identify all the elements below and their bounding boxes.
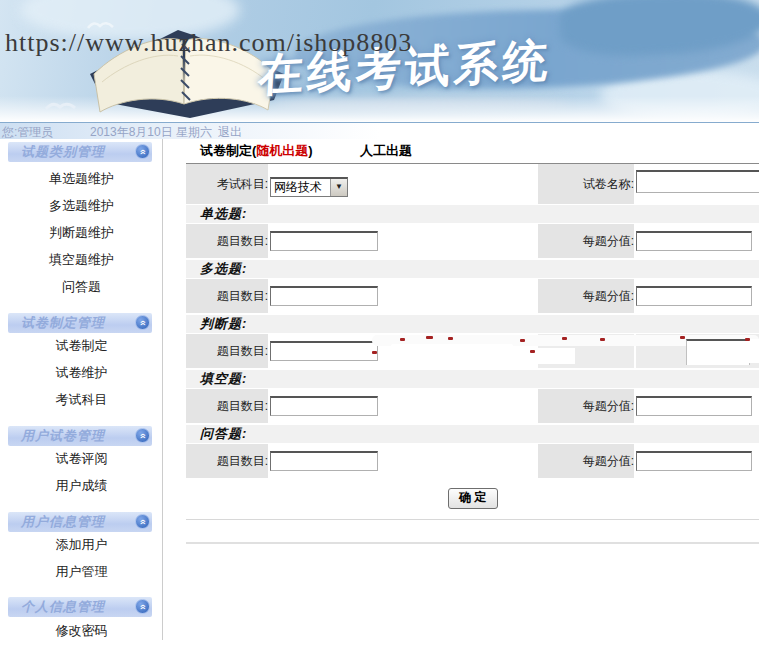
sidebar-section-title: 试题类别管理 — [21, 144, 105, 159]
artifact-red-speck — [562, 337, 567, 340]
sidebar-section-personal-info[interactable]: 个人信息管理 » — [8, 597, 152, 617]
banner: 在线考试系统 https://www.huzhan.com/ishop8803 — [0, 0, 759, 122]
essay-score-input[interactable] — [636, 451, 752, 471]
sidebar-item-user-scores[interactable]: 用户成绩 — [0, 477, 163, 493]
subject-select[interactable]: 网络技术 ▼ — [270, 177, 348, 197]
score-cell — [636, 279, 759, 313]
true-false-row: 题目数目: — [186, 334, 759, 368]
logged-in-user: 您:管理员 — [2, 124, 53, 141]
fillblank-count-input[interactable] — [270, 396, 378, 416]
page-title: 试卷制定(随机出题) — [200, 142, 313, 160]
paper-name-cell — [636, 164, 759, 204]
main-content: 试卷制定(随机出题) 人工出题 考试科目: 网络技术 ▼ 试卷名称: 单选题: … — [186, 140, 759, 660]
watermark-text: https://www.huzhan.com/ishop8803 — [5, 28, 755, 58]
score-label: 每题分值: — [538, 444, 634, 478]
artifact-white-blob — [749, 339, 759, 363]
sidebar-item-user-management[interactable]: 用户管理 — [0, 563, 163, 579]
sidebar-item-paper-create[interactable]: 试卷制定 — [0, 337, 163, 353]
sidebar-item-paper-maint[interactable]: 试卷维护 — [0, 364, 163, 380]
artifact-red-speck — [372, 351, 377, 354]
count-cell — [270, 389, 536, 423]
multi-choice-row: 题目数目: 每题分值: — [186, 279, 759, 313]
score-cell — [636, 389, 759, 423]
score-cell — [636, 224, 759, 258]
sidebar-item-multi-choice-maint[interactable]: 多选题维护 — [0, 197, 163, 213]
collapse-icon[interactable]: » — [135, 428, 150, 443]
chevron-down-icon[interactable]: ▼ — [330, 179, 347, 196]
artifact-red-speck — [745, 338, 750, 341]
score-label: 每题分值: — [538, 389, 634, 423]
count-label: 题目数目: — [186, 444, 268, 478]
artifact-red-speck — [400, 338, 405, 341]
truefalse-count-input[interactable] — [270, 341, 378, 361]
count-label: 题目数目: — [186, 334, 268, 368]
confirm-button[interactable]: 确 定 — [448, 488, 498, 509]
sidebar-section-title: 个人信息管理 — [21, 599, 105, 614]
mode-random-label: 随机出题 — [256, 143, 308, 158]
sidebar-item-add-user[interactable]: 添加用户 — [0, 536, 163, 552]
collapse-icon[interactable]: » — [135, 315, 150, 330]
subject-label: 考试科目: — [186, 164, 268, 204]
logout-link[interactable]: 退出 — [218, 124, 242, 141]
sidebar-section-title: 试卷制定管理 — [21, 315, 105, 330]
section-true-false: 判断题: — [186, 315, 759, 333]
artifact-red-speck — [600, 338, 605, 341]
sidebar-item-single-choice-maint[interactable]: 单选题维护 — [0, 170, 163, 186]
count-label: 题目数目: — [186, 224, 268, 258]
collapse-icon[interactable]: » — [135, 514, 150, 529]
sidebar-item-paper-review[interactable]: 试卷评阅 — [0, 450, 163, 466]
section-fill-blank: 填空题: — [186, 370, 759, 388]
section-essay: 问答题: — [186, 425, 759, 443]
sidebar-section-title: 用户试卷管理 — [21, 428, 105, 443]
section-single-choice: 单选题: — [186, 205, 759, 223]
single-choice-row: 题目数目: 每题分值: — [186, 224, 759, 258]
score-cell — [636, 444, 759, 478]
artifact-red-speck — [426, 336, 433, 339]
essay-row: 题目数目: 每题分值: — [186, 444, 759, 478]
sidebar-item-exam-subjects[interactable]: 考试科目 — [0, 391, 163, 407]
sidebar-item-fill-blank-maint[interactable]: 填空题维护 — [0, 251, 163, 267]
single-count-input[interactable] — [270, 231, 378, 251]
sidebar-section-paper-creation[interactable]: 试卷制定管理 » — [8, 313, 152, 333]
page-title-text: 试卷制定 — [200, 143, 252, 158]
fillblank-score-input[interactable] — [636, 396, 752, 416]
divider-line — [186, 519, 759, 520]
sidebar-section-user-papers[interactable]: 用户试卷管理 » — [8, 426, 152, 446]
single-score-input[interactable] — [636, 231, 752, 251]
artifact-red-speck — [448, 337, 453, 340]
sidebar-item-change-password[interactable]: 修改密码 — [0, 622, 163, 638]
sidebar-section-user-info[interactable]: 用户信息管理 » — [8, 512, 152, 532]
collapse-icon[interactable]: » — [135, 144, 150, 159]
status-bar: 您:管理员 2013年8月10日 星期六 退出 — [0, 122, 759, 139]
subject-select-value: 网络技术 — [271, 179, 330, 196]
multi-score-input[interactable] — [636, 286, 752, 306]
multi-count-input[interactable] — [270, 286, 378, 306]
manual-mode-link[interactable]: 人工出题 — [360, 142, 412, 160]
artifact-white-blob — [391, 344, 513, 365]
count-cell — [270, 444, 536, 478]
paper-name-label: 试卷名称: — [538, 164, 634, 204]
section-multi-choice: 多选题: — [186, 260, 759, 278]
artifact-red-speck — [680, 336, 685, 339]
artifact-input-fragment — [686, 339, 750, 365]
count-cell — [270, 224, 536, 258]
subject-cell: 网络技术 ▼ — [270, 164, 536, 204]
subject-row: 考试科目: 网络技术 ▼ 试卷名称: — [186, 164, 759, 204]
current-date: 2013年8月10日 星期六 — [90, 124, 212, 141]
fill-blank-row: 题目数目: 每题分值: — [186, 389, 759, 423]
essay-count-input[interactable] — [270, 451, 378, 471]
sidebar-item-essay[interactable]: 问答题 — [0, 278, 163, 294]
divider-line — [186, 542, 759, 544]
score-label: 每题分值: — [538, 224, 634, 258]
artifact-red-speck — [520, 339, 525, 342]
sidebar-item-true-false-maint[interactable]: 判断题维护 — [0, 224, 163, 240]
submit-row: 确 定 — [186, 480, 759, 516]
artifact-red-speck — [530, 350, 535, 353]
count-cell — [270, 279, 536, 313]
paper-name-input[interactable] — [636, 170, 759, 193]
collapse-icon[interactable]: » — [135, 599, 150, 614]
bird-icon — [44, 98, 78, 113]
sidebar-section-question-categories[interactable]: 试题类别管理 » — [8, 142, 152, 162]
count-label: 题目数目: — [186, 279, 268, 313]
count-label: 题目数目: — [186, 389, 268, 423]
